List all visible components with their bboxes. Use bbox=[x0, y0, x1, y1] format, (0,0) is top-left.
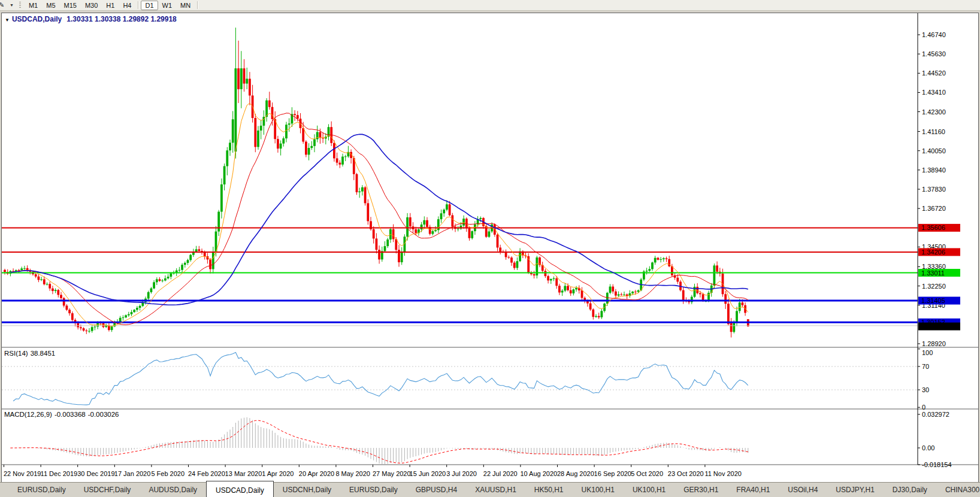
timeframe-button-m5[interactable]: M5 bbox=[42, 1, 59, 10]
toolbar-grip[interactable] bbox=[19, 2, 21, 9]
timeframe-group: M1M5M15M30H1H4D1W1MN bbox=[25, 1, 200, 10]
rsi-value: 38.8451 bbox=[31, 350, 56, 357]
toolbar-separator bbox=[138, 1, 138, 9]
chart-menu-icon[interactable]: ▼ bbox=[5, 17, 10, 23]
chevron-down-icon[interactable]: ▼ bbox=[8, 3, 16, 7]
rsi-label: RSI(14)38.8451 bbox=[4, 350, 58, 357]
timeframe-button-mn[interactable]: MN bbox=[176, 1, 195, 10]
mt4-screen: ✎ ▼ M1M5M15M30H1H4D1W1MN ▼USDCAD,Daily1.… bbox=[0, 0, 980, 497]
symbol-tab-usoil-h4[interactable]: USOil,H4 bbox=[779, 483, 827, 497]
pencil-tool-icon[interactable]: ✎ bbox=[0, 1, 7, 9]
macd-value-signal: -0.003026 bbox=[88, 411, 119, 418]
symbol-tab-hk50-h1[interactable]: HK50,H1 bbox=[525, 483, 573, 497]
chart-ohlc-values: 1.30331 1.30338 1.29892 1.29918 bbox=[66, 15, 177, 23]
symbol-tab-uk100-h1[interactable]: UK100,H1 bbox=[573, 483, 624, 497]
symbol-tab-eurusd-daily[interactable]: EURUSD,Daily bbox=[340, 483, 407, 497]
symbol-tab-usdjpy-h1[interactable]: USDJPY,H1 bbox=[827, 483, 883, 497]
chart-title: ▼USDCAD,Daily1.30331 1.30338 1.29892 1.2… bbox=[5, 15, 177, 23]
timeframe-button-h1[interactable]: H1 bbox=[102, 1, 119, 10]
symbol-tab-gbpusd-h4[interactable]: GBPUSD,H4 bbox=[407, 483, 466, 497]
timeframe-button-m30[interactable]: M30 bbox=[81, 1, 102, 10]
macd-label: MACD(12,26,9)-0.003368-0.003026 bbox=[4, 411, 121, 418]
symbol-tab-xauusd-h1[interactable]: XAUUSD,H1 bbox=[466, 483, 525, 497]
macd-value-main: -0.003368 bbox=[55, 411, 86, 418]
symbol-tab-china300-h1[interactable]: CHINA300,H1 bbox=[936, 483, 980, 497]
symbol-tabbar: EURUSD,DailyUSDCHF,DailyAUDUSD,DailyUSDC… bbox=[0, 482, 980, 497]
symbol-tab-usdcnh-daily[interactable]: USDCNH,Daily bbox=[274, 483, 340, 497]
timeframe-toolbar: ✎ ▼ M1M5M15M30H1H4D1W1MN bbox=[0, 0, 980, 11]
symbol-tab-dj30-daily[interactable]: DJ30,Daily bbox=[884, 483, 936, 497]
timeframe-button-h4[interactable]: H4 bbox=[119, 1, 135, 10]
symbol-tab-eurusd-daily[interactable]: EURUSD,Daily bbox=[8, 483, 75, 497]
symbol-tab-audusd-daily[interactable]: AUDUSD,Daily bbox=[140, 483, 206, 497]
timeframe-button-w1[interactable]: W1 bbox=[158, 1, 177, 10]
symbol-tab-usdcad-daily[interactable]: USDCAD,Daily bbox=[206, 481, 274, 497]
timeframe-button-m15[interactable]: M15 bbox=[60, 1, 81, 10]
symbol-tab-usdchf-daily[interactable]: USDCHF,Daily bbox=[75, 483, 140, 497]
chart-window[interactable]: ▼USDCAD,Daily1.30331 1.30338 1.29892 1.2… bbox=[1, 13, 979, 483]
timeframe-button-m1[interactable]: M1 bbox=[25, 1, 42, 10]
timeframe-button-d1[interactable]: D1 bbox=[141, 1, 158, 10]
toolbar-separator bbox=[197, 1, 198, 9]
rsi-name: RSI(14) bbox=[4, 350, 28, 357]
symbol-tab-uk100-h1[interactable]: UK100,H1 bbox=[624, 483, 674, 497]
chart-symbol-label: USDCAD,Daily bbox=[12, 15, 62, 23]
symbol-tab-fra40-h1[interactable]: FRA40,H1 bbox=[727, 483, 779, 497]
macd-name: MACD(12,26,9) bbox=[4, 411, 52, 418]
symbol-tab-ger30-h1[interactable]: GER30,H1 bbox=[674, 483, 727, 497]
